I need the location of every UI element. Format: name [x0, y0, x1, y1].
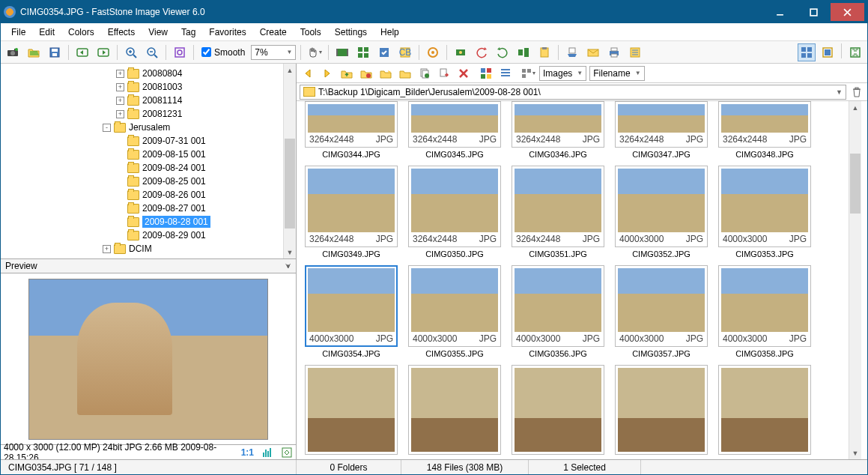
open-folder-icon[interactable]	[397, 65, 413, 82]
thumbnail-item[interactable]: 3264x2448JPGCIMG0350.JPG	[406, 166, 503, 261]
tree-item[interactable]: 2009-08-28 001	[1, 215, 283, 229]
clipboard-icon[interactable]	[535, 43, 553, 61]
sort-combo[interactable]: Filename▼	[589, 66, 644, 81]
expand-icon[interactable]	[281, 447, 293, 459]
view-single-icon[interactable]	[819, 43, 837, 61]
histogram-icon[interactable]	[261, 447, 273, 459]
print-icon[interactable]	[605, 43, 623, 61]
tree-item[interactable]: +DCIM	[1, 242, 283, 255]
tree-item[interactable]: 2009-08-25 001	[1, 175, 283, 188]
thumbnail-item[interactable]	[716, 365, 813, 455]
tree-item[interactable]: -Jerusalem	[1, 121, 283, 134]
next-icon[interactable]	[94, 43, 112, 61]
menu-settings[interactable]: Settings	[329, 25, 373, 39]
up-folder-icon[interactable]	[339, 65, 355, 82]
chevron-icon[interactable]: ⮟	[285, 263, 291, 270]
thumbnail-item[interactable]: 3264x2448JPGCIMG0349.JPG	[303, 166, 400, 261]
tree-item[interactable]: +20081231	[1, 107, 283, 121]
thumbnail-item[interactable]	[509, 365, 607, 455]
contact-sheet-icon[interactable]: CB	[396, 43, 414, 61]
acquire-icon[interactable]	[4, 43, 22, 61]
preview-pane[interactable]	[1, 273, 296, 444]
thumbnail-item[interactable]: 3264x2448JPGCIMG0347.JPG	[613, 101, 710, 161]
thumbnail-item[interactable]	[303, 365, 400, 455]
view-thumbnail-icon[interactable]	[798, 43, 816, 61]
thumbnail-item[interactable]: 4000x3000JPGCIMG0357.JPG	[613, 265, 710, 360]
menu-tools[interactable]: Tools	[294, 25, 327, 39]
fav-folder-icon[interactable]	[358, 65, 374, 82]
tree-item[interactable]: 2009-08-27 001	[1, 202, 283, 215]
thumbnail-item[interactable]: 4000x3000JPGCIMG0355.JPG	[406, 265, 503, 360]
move-file-icon[interactable]	[436, 65, 452, 82]
recycle-icon[interactable]	[849, 85, 864, 100]
select-all-icon[interactable]	[478, 65, 494, 82]
delete-icon[interactable]	[455, 65, 472, 82]
collapse-icon[interactable]: -	[103, 124, 111, 132]
thumbnail-item[interactable]: 3264x2448JPGCIMG0346.JPG	[509, 101, 607, 161]
smooth-checkbox[interactable]: Smooth	[198, 47, 248, 58]
menu-edit[interactable]: Edit	[33, 25, 61, 39]
onetoone-button[interactable]: 1:1	[241, 447, 254, 458]
chevron-down-icon[interactable]: ▼	[836, 88, 843, 96]
thumb-size-icon[interactable]: ▾	[520, 65, 536, 82]
list-view-icon[interactable]	[497, 65, 514, 82]
minimize-button[interactable]	[763, 3, 797, 21]
tree-item[interactable]: 2009-07-31 001	[1, 134, 283, 148]
thumbnail-item[interactable]: 3264x2448JPGCIMG0348.JPG	[716, 101, 813, 161]
maximize-button[interactable]	[797, 3, 831, 21]
rotate-left-icon[interactable]	[473, 43, 491, 61]
scroll-down-icon[interactable]: ▼	[284, 246, 296, 258]
hand-icon[interactable]: ▾	[306, 43, 324, 61]
fit-icon[interactable]	[171, 43, 189, 61]
save-icon[interactable]	[46, 43, 64, 61]
compare-icon[interactable]	[354, 43, 372, 61]
tree-item[interactable]: +20081003	[1, 80, 283, 94]
back-icon[interactable]	[300, 65, 316, 82]
thumbnail-item[interactable]: 3264x2448JPGCIMG0344.JPG	[303, 101, 400, 161]
prev-icon[interactable]	[73, 43, 91, 61]
expand-icon[interactable]: +	[103, 245, 111, 253]
tag-icon[interactable]	[375, 43, 393, 61]
path-input[interactable]: T:\Backup 1\Digicam_Bilder\Jerusalem\200…	[300, 85, 846, 100]
thumbnail-item[interactable]	[406, 365, 503, 455]
scroll-thumb[interactable]	[850, 154, 861, 214]
tree-item[interactable]: 2009-08-24 001	[1, 161, 283, 175]
menu-create[interactable]: Create	[254, 25, 293, 39]
filter-combo[interactable]: Images▼	[539, 66, 586, 81]
tree-item[interactable]: 2009-08-29 001	[1, 229, 283, 242]
thumbnail-item[interactable]: 4000x3000JPGCIMG0356.JPG	[509, 265, 607, 360]
settings-icon[interactable]	[626, 43, 644, 61]
tree-item[interactable]: +20080804	[1, 67, 283, 80]
resize-icon[interactable]	[515, 43, 532, 61]
new-folder-icon[interactable]	[377, 65, 394, 82]
expand-icon[interactable]: +	[116, 70, 124, 78]
fullscreen-icon[interactable]	[846, 43, 864, 61]
zoom-combo[interactable]: 7%▼	[251, 45, 296, 60]
scroll-down-icon[interactable]: ▼	[849, 447, 861, 459]
thumbs-scrollbar[interactable]: ▲ ▼	[849, 101, 861, 459]
expand-icon[interactable]: +	[116, 97, 124, 105]
wallpaper-icon[interactable]	[452, 43, 470, 61]
email-icon[interactable]	[584, 43, 602, 61]
tree-item[interactable]: +20081114	[1, 94, 283, 107]
thumbnail-item[interactable]	[613, 365, 710, 455]
menu-effects[interactable]: Effects	[102, 25, 141, 39]
tree-item[interactable]: 2009-08-26 001	[1, 188, 283, 202]
slideshow-icon[interactable]	[333, 43, 351, 61]
menu-favorites[interactable]: Favorites	[203, 25, 252, 39]
tree-scrollbar[interactable]: ▲ ▼	[283, 64, 296, 258]
thumbnail-item[interactable]: 4000x3000JPGCIMG0354.JPG	[303, 265, 400, 360]
thumbnail-item[interactable]: 3264x2448JPGCIMG0351.JPG	[509, 166, 607, 261]
open-icon[interactable]	[25, 43, 43, 61]
menu-view[interactable]: View	[142, 25, 174, 39]
zoom-in-icon[interactable]	[122, 43, 140, 61]
scan-icon[interactable]	[563, 43, 581, 61]
thumbnail-item[interactable]: 4000x3000JPGCIMG0358.JPG	[716, 265, 813, 360]
zoom-out-icon[interactable]	[143, 43, 161, 61]
menu-help[interactable]: Help	[374, 25, 405, 39]
expand-icon[interactable]: +	[116, 83, 124, 91]
thumbnail-item[interactable]: 4000x3000JPGCIMG0353.JPG	[716, 166, 813, 261]
color-icon[interactable]	[424, 43, 442, 61]
expand-icon[interactable]: +	[116, 110, 124, 118]
scroll-up-icon[interactable]: ▲	[849, 101, 861, 114]
